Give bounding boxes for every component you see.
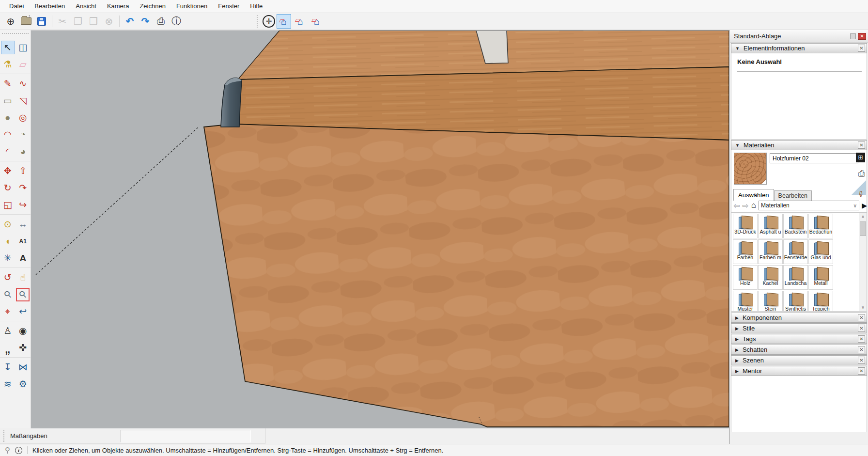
forward-arrow-icon[interactable]: ⇨ <box>742 201 748 210</box>
line-tool[interactable]: ✎ <box>1 77 15 91</box>
close-icon[interactable]: ✕ <box>858 142 865 149</box>
redo-icon[interactable]: ↷ <box>138 14 153 29</box>
folder-scrollbar[interactable]: ∧ ∨ <box>859 213 867 311</box>
scrollbar-thumb[interactable] <box>860 221 866 236</box>
material-folder[interactable]: Teppich <box>808 291 833 312</box>
material-folder[interactable]: Farben <box>733 239 758 264</box>
position-camera-tool[interactable]: ♙ <box>1 324 15 338</box>
palette-drag-handle[interactable] <box>2 33 29 35</box>
push-pull-tool[interactable]: ⇧ <box>16 164 30 178</box>
previous-view-tool[interactable]: ↩ <box>16 305 30 318</box>
help-info-icon[interactable]: i <box>15 447 22 454</box>
material-folder[interactable]: Asphalt u <box>758 214 783 238</box>
close-icon[interactable]: ✕ <box>858 346 865 353</box>
rectangle-tool[interactable]: ▭ <box>1 94 15 108</box>
orbit-tool[interactable]: ↺ <box>1 271 15 284</box>
section-cuts-icon[interactable]: ⌂▱ <box>293 14 308 29</box>
close-icon[interactable]: ✕ <box>858 314 865 321</box>
section-header-tags[interactable]: ▶ Tags ✕ <box>731 334 867 344</box>
freehand-tool[interactable]: ∿ <box>16 77 30 91</box>
close-icon[interactable]: ✕ <box>858 357 865 364</box>
menu-zeichnen[interactable]: Zeichnen <box>134 0 170 12</box>
scale-tool[interactable]: ◱ <box>1 198 15 212</box>
default-material-icon[interactable]: ⎙ <box>858 169 865 179</box>
close-icon[interactable]: ✕ <box>858 367 865 375</box>
tape-measure-tool[interactable]: ⊙ <box>1 218 15 231</box>
close-icon[interactable]: ✕ <box>858 325 865 332</box>
offset-tool[interactable]: ↪ <box>16 198 30 212</box>
move-tool[interactable]: ✥ <box>1 164 15 178</box>
tray-title-bar[interactable]: Standard-Ablage ✕ <box>730 30 868 43</box>
material-folder[interactable]: Bedachun <box>808 214 833 238</box>
get-models-tool[interactable]: ↧ <box>1 361 15 374</box>
3d-text-tool[interactable]: A <box>16 252 30 265</box>
zoom-extents-tool[interactable]: ⌖ <box>1 305 15 318</box>
measurements-input[interactable] <box>120 430 251 442</box>
model-canvas[interactable] <box>31 30 729 428</box>
material-folder[interactable]: Metall <box>808 265 833 290</box>
copy-icon[interactable]: ❐ <box>70 14 86 29</box>
axes-tool[interactable]: ✳ <box>1 252 15 265</box>
close-icon[interactable]: ✕ <box>858 335 865 343</box>
look-around-tool[interactable]: ◉ <box>16 324 30 338</box>
model-info-icon[interactable]: ⓘ <box>169 14 184 29</box>
dimension-tool[interactable]: ↔ <box>16 218 30 231</box>
paint-bucket-tool[interactable]: ⚗ <box>1 58 15 71</box>
create-material-icon[interactable]: ⊞ <box>856 153 865 162</box>
section-header-szenen[interactable]: ▶ Szenen ✕ <box>731 355 867 365</box>
back-arrow-icon[interactable]: ⇦ <box>733 201 740 210</box>
close-icon[interactable]: ✕ <box>858 45 865 52</box>
scroll-up-icon[interactable]: ∧ <box>861 213 865 220</box>
section-header-mentor[interactable]: ▶ Mentor ✕ <box>731 366 867 376</box>
material-folder[interactable]: Glas und <box>808 239 833 264</box>
pan-tool[interactable]: ☝ <box>16 271 30 284</box>
new-icon[interactable]: ⊕ <box>3 14 18 29</box>
delete-icon[interactable]: ⊗ <box>101 14 117 29</box>
cut-icon[interactable]: ✂ <box>55 14 70 29</box>
material-folder[interactable]: Backstein <box>783 214 808 238</box>
rotated-rectangle-tool[interactable]: ◹ <box>16 94 30 108</box>
menu-hilfe[interactable]: Hilfe <box>245 0 268 12</box>
tab-auswaehlen[interactable]: Auswählen <box>733 189 774 201</box>
menu-bearbeiten[interactable]: Bearbeiten <box>29 0 70 12</box>
tray-pin-icon[interactable] <box>850 33 856 39</box>
material-folder[interactable]: Muster <box>733 291 758 312</box>
toolbar-drag-handle[interactable] <box>257 15 258 28</box>
paste-icon[interactable]: ❒ <box>86 14 101 29</box>
make-component-tool[interactable]: ◫ <box>16 41 30 54</box>
zoom-window-tool[interactable]: ⚲ <box>16 288 30 301</box>
sample-paint-icon[interactable]: ✑ <box>855 190 865 197</box>
section-header-komponenten[interactable]: ▶ Komponenten ✕ <box>731 313 867 323</box>
material-folder[interactable]: Synthetis <box>783 291 808 312</box>
material-folder[interactable]: 3D-Druck <box>733 214 758 238</box>
pie-tool[interactable]: ◕ <box>16 145 30 158</box>
material-name-input[interactable] <box>770 153 858 163</box>
text-tool[interactable]: A1 <box>16 235 30 248</box>
material-folder[interactable]: Landscha <box>783 265 808 290</box>
zoom-tool[interactable]: ⚲ <box>1 288 15 301</box>
two-point-arc-tool[interactable]: ◔ <box>16 128 30 142</box>
open-icon[interactable] <box>18 14 34 29</box>
tab-bearbeiten[interactable]: Bearbeiten <box>774 190 812 201</box>
follow-me-tool[interactable]: ↷ <box>16 181 30 195</box>
walk-tool[interactable]: „ <box>1 341 15 355</box>
menu-ansicht[interactable]: Ansicht <box>70 0 102 12</box>
layers-share-tool[interactable]: ≋ <box>1 377 15 391</box>
menu-datei[interactable]: Datei <box>4 0 29 12</box>
swap-models-tool[interactable]: ⋈ <box>16 361 30 374</box>
material-folder[interactable]: Kachel <box>758 265 783 290</box>
material-folder[interactable]: Farben m <box>758 239 783 264</box>
print-icon[interactable]: ⎙ <box>153 14 169 29</box>
axes-compass-icon[interactable]: ✛ <box>261 14 277 29</box>
section-header-stile[interactable]: ▶ Stile ✕ <box>731 323 867 333</box>
geolocation-icon[interactable]: ⚲ <box>5 446 10 455</box>
menu-kamera[interactable]: Kamera <box>102 0 135 12</box>
three-point-arc-tool[interactable]: ◜ <box>1 145 15 158</box>
materials-collection-dropdown[interactable]: Materialien ∨ <box>759 201 859 210</box>
rotate-tool[interactable]: ↻ <box>1 181 15 195</box>
circle-tool[interactable]: ● <box>1 111 15 125</box>
material-preview[interactable] <box>734 153 767 185</box>
turn-tool[interactable]: ✜ <box>16 341 30 355</box>
material-folder[interactable]: Holz <box>733 265 758 290</box>
material-folder[interactable]: Fensterde <box>783 239 808 264</box>
